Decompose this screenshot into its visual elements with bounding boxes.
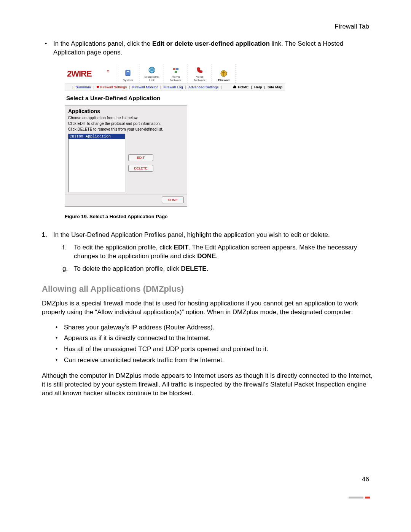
nav-system[interactable]: System xyxy=(116,64,140,83)
nav-firewall-label: Firewall xyxy=(218,79,229,82)
applications-instr-3: Click DELETE to remove this from your us… xyxy=(65,126,187,132)
applications-title: Applications xyxy=(65,106,187,115)
nav-broadband-label: Broadband Link xyxy=(144,75,159,82)
substep-g-marker: g. xyxy=(62,265,68,273)
subnav-help[interactable]: Help xyxy=(254,85,262,89)
figure-caption: Figure 19. Select a Hosted Application P… xyxy=(65,214,373,219)
page-title: Select a User-Defined Application xyxy=(66,95,285,102)
svg-rect-6 xyxy=(176,68,178,70)
home-network-icon xyxy=(171,66,180,75)
voice-icon xyxy=(195,66,204,75)
subnav-summary[interactable]: Summary xyxy=(75,85,91,89)
subnav-site-map[interactable]: Site Map xyxy=(268,85,282,89)
broadband-icon xyxy=(147,66,156,75)
nav-firewall[interactable]: Firewall xyxy=(212,64,236,83)
subnav-firewall-monitor[interactable]: Firewall Monitor xyxy=(132,85,158,89)
svg-rect-7 xyxy=(175,71,177,73)
subnav-firewall-settings[interactable]: Firewall Settings xyxy=(100,85,127,89)
step-1-text: In the User-Defined Application Profiles… xyxy=(53,231,330,238)
header-section: Firewall Tab xyxy=(335,23,369,30)
intro-bullet: In the Applications panel, click the Edi… xyxy=(42,40,373,57)
nav-home-network-label: Home Network xyxy=(170,75,181,82)
substep-f: f. To edit the application profile, clic… xyxy=(53,243,373,261)
section-heading: Allowing all Applications (DMZplus) xyxy=(42,284,373,294)
svg-text:2WIRE: 2WIRE xyxy=(67,69,92,78)
subnav-advanced-settings[interactable]: Advanced Settings xyxy=(188,85,218,89)
intro-prefix: In the Applications panel, click the xyxy=(53,40,152,47)
step-1: 1. In the User-Defined Application Profi… xyxy=(42,231,373,273)
figure-hosted-app: 2WIRE System Broadband Link xyxy=(65,64,285,207)
applications-panel: Applications Choose an application from … xyxy=(65,105,187,207)
top-nav: 2WIRE System Broadband Link xyxy=(65,64,285,83)
intro-link: Edit or delete user-defined application xyxy=(152,40,270,47)
step-1-marker: 1. xyxy=(42,231,47,239)
nav-broadband[interactable]: Broadband Link xyxy=(140,64,164,83)
page-number: 46 xyxy=(362,476,369,483)
system-icon xyxy=(123,69,132,78)
svg-point-4 xyxy=(149,67,155,73)
applications-instr-2: Click EDIT to change the protocol and po… xyxy=(65,121,187,126)
nav-voice[interactable]: Voice Network xyxy=(188,64,212,83)
nav-voice-label: Voice Network xyxy=(194,75,205,82)
twowire-logo-icon: 2WIRE xyxy=(67,68,112,79)
dmz-para-1: DMZplus is a special firewall mode that … xyxy=(42,299,373,317)
list-item[interactable]: Custom Application xyxy=(68,134,125,139)
svg-rect-3 xyxy=(127,71,129,72)
nav-home-network[interactable]: Home Network xyxy=(164,64,188,83)
substep-g: g. To delete the application profile, cl… xyxy=(53,265,373,273)
svg-point-1 xyxy=(107,70,109,72)
dmz-bullet: Shares your gateway’s IP address (Router… xyxy=(53,323,373,332)
dmz-para-2: Although the computer in DMZplus mode ap… xyxy=(42,372,373,398)
footer-decoration xyxy=(349,497,370,498)
applications-instr-1: Choose an application from the list belo… xyxy=(65,115,187,121)
svg-rect-2 xyxy=(126,70,130,76)
subnav-home[interactable]: HOME xyxy=(233,85,249,89)
edit-button[interactable]: EDIT xyxy=(128,154,153,161)
sub-nav: | Summary | Firewall Settings | Firewall… xyxy=(65,83,285,91)
firewall-icon xyxy=(219,69,228,78)
dmz-bullet: Has all of the unassigned TCP and UDP po… xyxy=(53,345,373,354)
substep-f-marker: f. xyxy=(62,243,66,252)
dmz-bullet: Appears as if it is directly connected t… xyxy=(53,334,373,343)
delete-button[interactable]: DELETE xyxy=(128,165,153,172)
done-button[interactable]: DONE xyxy=(162,197,184,203)
nav-system-label: System xyxy=(123,79,133,82)
active-dot-icon xyxy=(97,86,99,88)
logo: 2WIRE xyxy=(65,64,116,83)
home-icon xyxy=(233,85,237,89)
svg-rect-5 xyxy=(173,68,175,70)
application-list[interactable]: Custom Application xyxy=(68,134,125,192)
dmz-bullet: Can receive unsolicited network traffic … xyxy=(53,356,373,365)
subnav-firewall-log[interactable]: Firewall Log xyxy=(163,85,183,89)
